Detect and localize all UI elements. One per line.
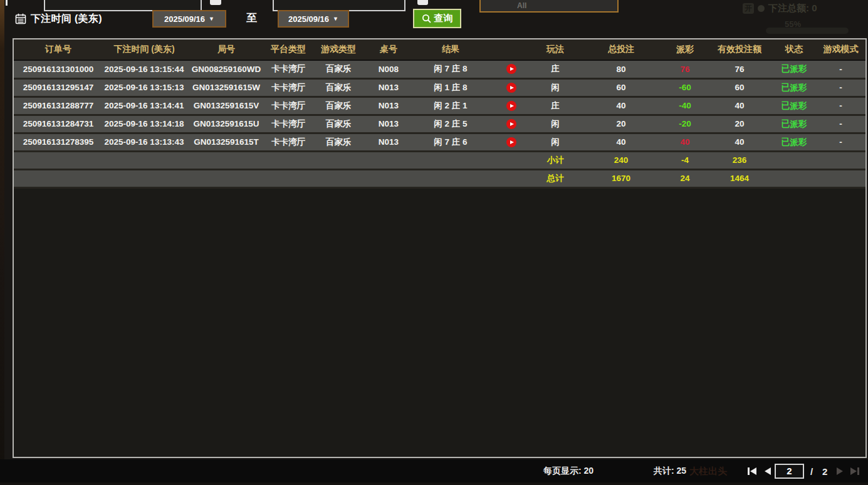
cell-empty	[310, 151, 367, 169]
col-header-game-mode: 游戏模式	[816, 39, 865, 60]
cell-empty	[491, 151, 531, 169]
replay-play-icon[interactable]	[506, 83, 516, 93]
col-header-total-bet: 总投注	[579, 39, 663, 60]
cell-bet-time: 2025-09-16 13:14:18	[103, 115, 186, 133]
cell-video	[491, 133, 531, 151]
cell-video	[491, 96, 531, 115]
cell-status: 已派彩	[772, 133, 816, 151]
cell-game-mode: -	[816, 133, 865, 151]
cell-game-type: 百家乐	[310, 96, 367, 115]
col-header-round-id: 局号	[186, 39, 267, 60]
cell-result: 闲 2 庄 5	[410, 115, 491, 133]
cell-valid-bet: 40	[707, 96, 772, 115]
col-header-table-no: 桌号	[367, 39, 410, 60]
cell-total-bet: 20	[579, 115, 663, 133]
cutoff-dropdown-value: All	[517, 1, 526, 10]
col-header-video	[491, 39, 531, 60]
query-button-label: 查询	[434, 13, 453, 24]
cutoff-icon-right	[417, 0, 428, 5]
cell-valid-bet: 40	[707, 133, 772, 151]
cell-empty	[410, 151, 491, 169]
last-page-button[interactable]	[850, 467, 859, 476]
first-page-button[interactable]	[748, 467, 756, 476]
date-to-value: 2025/09/16	[288, 14, 329, 24]
chevron-down-icon: ▼	[209, 16, 214, 22]
replay-play-icon[interactable]	[506, 119, 516, 129]
cell-empty	[14, 151, 103, 169]
chevron-down-icon: ▼	[333, 16, 338, 22]
cell-bet-time: 2025-09-16 13:15:44	[103, 60, 186, 78]
date-from-value: 2025/09/16	[164, 14, 205, 24]
cell-empty	[186, 169, 267, 187]
col-header-platform: 平台类型	[267, 39, 310, 60]
current-page-input[interactable]: 2	[775, 464, 804, 479]
bottom-edge-strip	[0, 482, 868, 485]
cell-total-bet: 80	[579, 60, 663, 78]
replay-play-icon[interactable]	[506, 137, 516, 147]
col-header-bet-time: 下注时间 (美东)	[103, 39, 186, 60]
date-from-select[interactable]: 2025/09/16 ▼	[152, 10, 226, 28]
cell-order-id: 250916131301000	[14, 60, 103, 78]
date-range-to-label: 至	[246, 11, 257, 25]
next-page-button[interactable]	[837, 467, 843, 476]
cell-empty	[367, 151, 410, 169]
total-row: 小计 240 -4 236	[14, 151, 865, 169]
left-edge-strip	[0, 0, 4, 485]
top-left-cutoff-fragment	[6, 0, 8, 6]
cell-status: 已派彩	[772, 115, 816, 133]
cell-valid-bet: 60	[707, 78, 772, 96]
cell-play: 庄	[531, 60, 579, 78]
cell-empty	[186, 151, 267, 169]
cell-game-type: 百家乐	[310, 115, 367, 133]
prev-page-button[interactable]	[765, 467, 771, 476]
cell-status: 已派彩	[772, 78, 816, 96]
cell-empty	[103, 151, 186, 169]
cell-empty	[267, 151, 310, 169]
cell-order-id: 250916131284731	[14, 115, 103, 133]
cell-game-type: 百家乐	[310, 60, 367, 78]
ghost-chip: 开	[743, 3, 754, 14]
cell-empty	[816, 169, 865, 187]
ghost-watermark: 大柱出头	[689, 465, 727, 477]
cell-empty	[816, 151, 865, 169]
cutoff-dropdown[interactable]: All	[479, 0, 619, 13]
table-header-row: 订单号 下注时间 (美东) 局号 平台类型 游戏类型 桌号 结果 玩法 总投注 …	[14, 39, 865, 60]
cell-video	[491, 60, 531, 78]
cutoff-icon-left	[210, 0, 221, 5]
query-button[interactable]: 查询	[413, 9, 461, 28]
cell-game-type: 百家乐	[310, 78, 367, 96]
cell-order-id: 250916131278395	[14, 133, 103, 151]
col-header-payout: 派彩	[663, 39, 707, 60]
cell-game-type: 百家乐	[310, 133, 367, 151]
total-label: 总计	[531, 169, 579, 187]
total-total-bet: 1670	[579, 169, 663, 187]
col-header-valid-bet: 有效投注额	[707, 39, 772, 60]
cell-platform: 卡卡湾厅	[267, 133, 310, 151]
cell-result: 闲 7 庄 8	[410, 60, 491, 78]
cell-table-no: N008	[367, 60, 410, 78]
cell-table-no: N013	[367, 115, 410, 133]
cell-game-mode: -	[816, 115, 865, 133]
per-page-label: 每页显示: 20	[543, 466, 593, 477]
bet-time-filter: 下注时间 (美东)	[15, 11, 102, 27]
table-row: 250916131278395 2025-09-16 13:13:43 GN01…	[14, 133, 865, 151]
cell-empty	[772, 169, 816, 187]
replay-play-icon[interactable]	[506, 64, 516, 74]
col-header-order-id: 订单号	[14, 39, 103, 60]
total-count-label: 共计: 25	[654, 466, 686, 477]
page-separator: /	[810, 466, 813, 476]
cell-platform: 卡卡湾厅	[267, 60, 310, 78]
table-row: 250916131301000 2025-09-16 13:15:44 GN00…	[14, 60, 865, 78]
replay-play-icon[interactable]	[506, 101, 516, 111]
cell-game-mode: -	[816, 96, 865, 115]
cell-total-bet: 40	[579, 133, 663, 151]
cell-order-id: 250916131288777	[14, 96, 103, 115]
bet-time-filter-label: 下注时间 (美东)	[31, 13, 102, 26]
total-label: 小计	[531, 151, 579, 169]
cell-round-id: GN0132591615T	[186, 133, 267, 151]
cell-empty	[410, 169, 491, 187]
cell-result: 闲 2 庄 1	[410, 96, 491, 115]
date-to-select[interactable]: 2025/09/16 ▼	[278, 10, 349, 28]
cell-empty	[491, 169, 531, 187]
col-header-game-type: 游戏类型	[310, 39, 367, 60]
